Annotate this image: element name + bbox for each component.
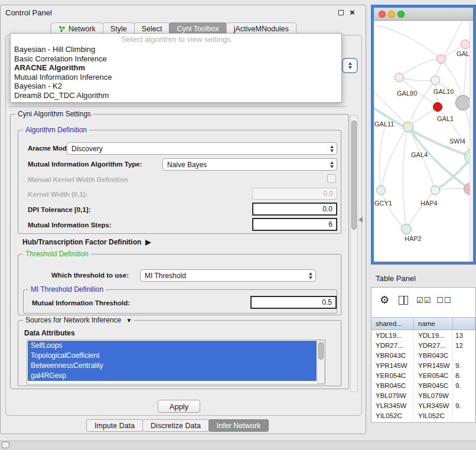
dropdown-item-aracne[interactable]: ARACNE Algorithm <box>11 63 341 73</box>
group-title: Threshold Definition <box>23 250 91 259</box>
close-icon[interactable]: × <box>350 8 355 17</box>
hub-section-toggle[interactable]: Hub/Transcription Factor Definition ▶ <box>22 238 151 246</box>
tab-discretize-data[interactable]: Discretize Data <box>142 419 209 432</box>
combo-stepper-icon <box>330 161 337 168</box>
node-label: SWI4 <box>449 138 465 145</box>
table-row[interactable]: YBR045CYBR045C9. <box>371 380 475 390</box>
combo-value: MI Threshold <box>145 272 186 280</box>
tab-impute-data[interactable]: Impute Data <box>86 419 143 432</box>
table-row[interactable]: YLR345WYLR345W9. <box>371 400 475 410</box>
dropdown-item-bayesian-k2[interactable]: Bayesian - K2 <box>11 81 341 91</box>
select-all-icon[interactable]: ☑☑ <box>416 296 431 305</box>
network-canvas[interactable]: GAL GAL80 GAL10 GAL11 GAL1 SWI4 GAL4 GCY… <box>374 21 473 262</box>
network-node[interactable] <box>395 73 404 82</box>
settings-gear-icon[interactable]: ⚙ <box>380 294 389 306</box>
tab-label: Style <box>110 25 127 33</box>
float-window-icon[interactable] <box>338 10 344 15</box>
combo-value: Discovery <box>71 145 103 153</box>
zoom-traffic-light[interactable] <box>397 11 405 18</box>
list-item-gal4rgexp[interactable]: gal4RGexp <box>28 371 317 381</box>
column-header-name[interactable]: name <box>414 318 453 330</box>
algorithm-dropdown-list: Select algorithm to view settings Bayesi… <box>10 33 342 103</box>
mi-steps-label: Mutual Information Steps: <box>28 221 112 229</box>
list-scrollbar-thumb[interactable] <box>318 342 324 360</box>
network-tab-icon <box>58 25 66 32</box>
apply-button[interactable]: Apply <box>158 400 200 413</box>
network-node[interactable] <box>401 224 412 234</box>
network-node[interactable] <box>376 185 386 195</box>
node-label: GAL10 <box>433 88 454 95</box>
group-title: Cyni Algorithm Settings <box>15 110 93 119</box>
dropdown-item-dream8[interactable]: Dream8 DC_TDC Algorithm <box>11 91 341 100</box>
node-label: HAP2 <box>405 235 422 242</box>
node-label: GAL80 <box>397 90 417 97</box>
mi-threshold-group: MI Threshold Definition Mutual Informati… <box>23 289 337 314</box>
network-node[interactable] <box>461 40 470 49</box>
panel-collapse-icon[interactable] <box>358 217 363 223</box>
combo-value: Naive Bayes <box>167 161 207 169</box>
network-node-gal10[interactable] <box>455 95 471 110</box>
table-row[interactable]: YBR043CYBR043C <box>371 350 475 360</box>
settings-scrollbar-thumb[interactable] <box>351 120 357 230</box>
table-row[interactable]: YDR27...YDR27...12 <box>371 340 475 350</box>
network-window-titlebar[interactable] <box>374 8 473 21</box>
which-threshold-combo[interactable]: MI Threshold <box>140 269 316 282</box>
tab-label: Cyni Toolbox <box>177 25 219 33</box>
dropdown-item-mutual-information[interactable]: Mutual Information Inference <box>11 73 341 82</box>
combo-stepper-icon <box>330 145 337 152</box>
combo-stepper-icon <box>348 62 352 65</box>
network-node[interactable] <box>431 76 440 85</box>
network-node-red[interactable] <box>433 102 442 112</box>
column-selector-icon[interactable] <box>399 296 408 305</box>
table-row[interactable]: YBL079WYBL079W <box>371 390 475 400</box>
control-panel-window: Control Panel × Network Style Select Cyn… <box>0 5 366 434</box>
table-row[interactable]: YER054CYER054C8. <box>371 370 475 380</box>
dropdown-item-bayesian-hill[interactable]: Bayesian - Hill Climbing <box>11 45 341 54</box>
sources-group-title[interactable]: Sources for Network Inference ▼ <box>23 316 134 325</box>
mi-steps-input[interactable]: 6 <box>252 218 337 231</box>
mi-threshold-input[interactable]: 0.5 <box>250 296 337 309</box>
mi-type-combo[interactable]: Naive Bayes <box>162 158 337 171</box>
column-header-shared-name[interactable]: shared... <box>371 318 414 330</box>
column-header-extra[interactable] <box>453 318 475 330</box>
settings-scrollbar[interactable] <box>350 115 358 392</box>
close-traffic-light[interactable] <box>379 11 386 18</box>
table-panel: ⚙ ☑☑ ☐☐ shared... name YDL19...YDL19...1… <box>371 287 476 423</box>
restore-panel-icon[interactable] <box>2 442 9 448</box>
aracne-mode-combo[interactable]: Discovery <box>67 142 337 155</box>
deselect-all-icon[interactable]: ☐☐ <box>436 296 451 305</box>
group-title: Sources for Network Inference <box>25 316 121 324</box>
list-scrollbar[interactable] <box>317 340 325 384</box>
manual-kernel-checkbox[interactable] <box>327 174 336 183</box>
data-attributes-label: Data Attributes <box>24 329 75 337</box>
node-label: GAL1 <box>437 115 454 122</box>
mi-type-label: Mutual Information Algorithm Type: <box>28 161 142 168</box>
algorithm-combo-fragment[interactable] <box>342 58 358 73</box>
network-node[interactable] <box>431 185 440 195</box>
status-bar <box>0 441 476 450</box>
network-scrollbar[interactable] <box>470 21 473 262</box>
mi-threshold-label: Mutual Information Threshold: <box>32 299 130 306</box>
network-node[interactable] <box>403 122 413 132</box>
expand-down-icon: ▼ <box>126 317 132 324</box>
dpi-tolerance-input[interactable]: 0.0 <box>252 203 337 216</box>
table-row[interactable]: YPR145WYPR145W9. <box>371 360 475 370</box>
tab-label: Discretize Data <box>151 422 201 430</box>
table-panel-title: Table Panel <box>376 274 416 283</box>
dropdown-item-basic-correlation[interactable]: Basic Correlation Inference <box>11 54 341 64</box>
table-row[interactable]: YDL19...YDL19...13 <box>371 330 475 340</box>
tab-infer-network[interactable]: Infer Network <box>208 419 269 432</box>
minimize-traffic-light[interactable] <box>388 11 395 18</box>
kernel-width-label: Kernel Width (0,1): <box>28 191 87 198</box>
list-item-topologicalcoefficient[interactable]: TopologicalCoefficient <box>28 351 317 361</box>
list-item-betweennesscentrality[interactable]: BetweennessCentrality <box>28 361 317 371</box>
algorithm-definition-group: Algorithm Definition Aracne Mode: Discov… <box>18 130 341 234</box>
list-item-selfloops[interactable]: SelfLoops <box>28 341 317 351</box>
bottom-tabbar: Impute Data Discretize Data Infer Networ… <box>87 419 269 432</box>
table-row[interactable]: YIL052CYIL052C <box>371 410 475 420</box>
control-panel-title: Control Panel <box>5 8 52 17</box>
network-view-window: GAL GAL80 GAL10 GAL11 GAL1 SWI4 GAL4 GCY… <box>371 5 476 265</box>
aracne-mode-label: Aracne Mode: <box>28 145 73 152</box>
table-header-row: shared... name <box>371 317 475 330</box>
network-node[interactable] <box>436 54 446 64</box>
